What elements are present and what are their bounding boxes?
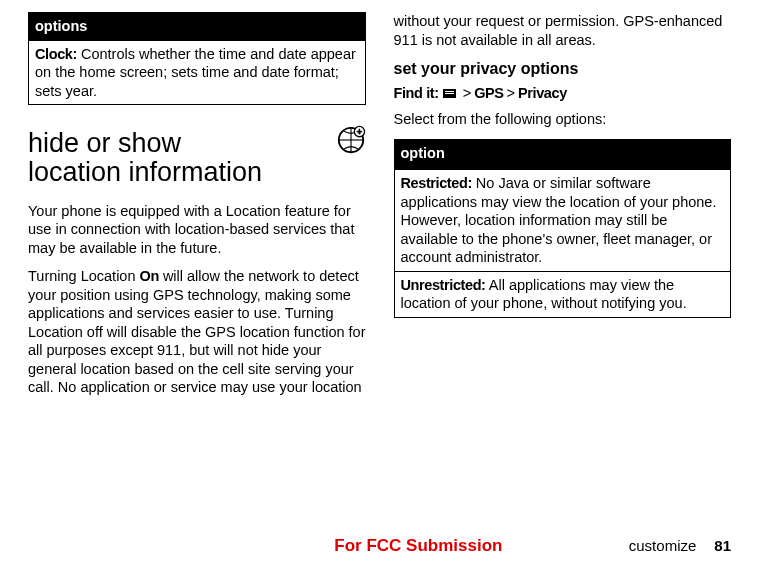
options-table-head: options [29, 13, 365, 40]
row-label: Unrestricted: [401, 277, 486, 293]
section-heading-line1: hide or show [28, 128, 181, 158]
select-text: Select from the following options: [394, 110, 732, 129]
section-heading-line2: location information [28, 157, 262, 187]
footer-section-label: customize [629, 536, 697, 555]
subsection-heading: set your privacy options [394, 59, 732, 79]
left-para-2a: Turning Location [28, 268, 140, 284]
page-number: 81 [714, 536, 731, 555]
two-column-layout: options Clock: Controls whether the time… [28, 12, 731, 407]
options-table-row-clock: Clock: Controls whether the time and dat… [29, 40, 365, 105]
page-footer: For FCC Submission customize 81 [0, 535, 759, 557]
gt2: > [504, 85, 518, 101]
menu-icon [443, 89, 456, 98]
findit-gps: GPS [474, 85, 503, 101]
options-table: options Clock: Controls whether the time… [28, 12, 366, 105]
section-heading-row: hide or show location information [28, 119, 366, 195]
page: options Clock: Controls whether the time… [0, 0, 759, 571]
row-text: Controls whether the time and date appea… [35, 46, 356, 99]
right-top-para: without your request or permission. GPS-… [394, 12, 732, 49]
section-heading: hide or show location information [28, 129, 262, 187]
option-table-head: option [395, 140, 731, 167]
option-table: option Restricted: No Java or similar so… [394, 139, 732, 318]
option-row-restricted: Restricted: No Java or similar software … [395, 169, 731, 271]
row-label: Clock: [35, 46, 77, 62]
footer-center: For FCC Submission [334, 535, 502, 557]
option-row-unrestricted: Unrestricted: All applications may view … [395, 271, 731, 317]
svg-text:A: A [357, 129, 361, 135]
right-column: without your request or permission. GPS-… [394, 12, 732, 407]
left-para-2: Turning Location On will allow the netwo… [28, 267, 366, 397]
find-it-label: Find it: [394, 85, 439, 101]
globe-plus-icon: A [336, 125, 366, 155]
find-it-line: Find it: >GPS>Privacy [394, 84, 732, 103]
row-label: Restricted: [401, 175, 472, 191]
gt1: > [460, 85, 474, 101]
left-column: options Clock: Controls whether the time… [28, 12, 366, 407]
left-para-1: Your phone is equipped with a Location f… [28, 202, 366, 258]
findit-privacy: Privacy [518, 85, 567, 101]
left-para-2b: will allow the network to detect your po… [28, 268, 365, 395]
footer-right: customize 81 [629, 536, 731, 555]
left-para-2-on: On [140, 268, 159, 284]
